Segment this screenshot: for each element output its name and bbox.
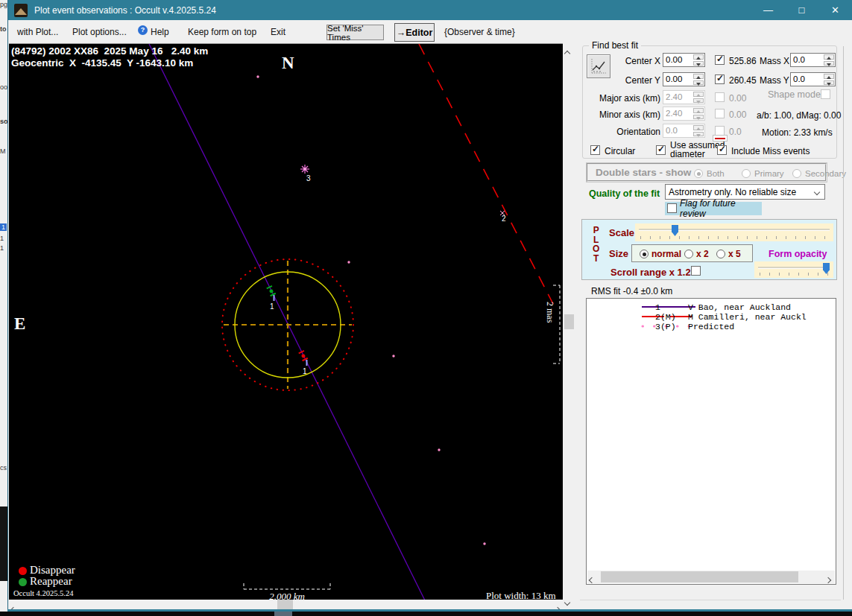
center-x-arrows[interactable] [692, 54, 704, 66]
menu-with-plot[interactable]: with Plot... [17, 27, 58, 37]
plot-canvas[interactable]: 3 1 1 2 (84792) 2002 XX86 2025 May 16 [9, 43, 563, 600]
minor-axis-spinner: 2.40 [663, 107, 705, 121]
bg-fragment: so [0, 118, 7, 125]
mass-x-spinner[interactable]: 0.0 [790, 53, 836, 67]
mass-x-arrows[interactable] [823, 54, 835, 66]
observation-row[interactable]: 3(P) Predicted [587, 322, 836, 331]
plot-controls-panel: P L O T Scale Size normal x 2 x 5 Form o… [581, 219, 837, 280]
minor-axis-value: 2.40 [663, 107, 692, 120]
mass-y-spinner[interactable]: 0.0 [790, 72, 836, 86]
center-x-label: Center X [616, 56, 660, 66]
listbox-scroll-left-icon[interactable] [589, 577, 595, 583]
scale-slider-track[interactable] [639, 229, 830, 231]
close-button[interactable]: ✕ [818, 0, 852, 20]
scroll-range-checkbox[interactable] [691, 266, 701, 276]
minimize-button[interactable]: — [751, 0, 785, 20]
fit-x-checkbox[interactable] [715, 55, 725, 65]
size-x5-radio[interactable] [716, 250, 725, 258]
mass-y-value[interactable]: 0.0 [791, 73, 823, 86]
plot-vertical-scrollbar[interactable] [564, 43, 575, 603]
fit-y-checkbox[interactable] [715, 74, 725, 84]
observer-time-label: {Observer & time} [444, 27, 515, 37]
station2-label: 2 [502, 215, 506, 223]
screen: pg to oo so M 1 1 1 cs Plot event observ… [0, 0, 852, 616]
minor-axis-arrows [692, 107, 704, 120]
form-opacity-ticks [760, 273, 830, 276]
use-assumed-label-2: diameter [670, 149, 705, 159]
mass-y-arrows[interactable] [823, 73, 835, 86]
control-panel: Find best fit Center X 0.00 525.86 Mass … [575, 42, 852, 609]
fit-x-value: 525.86 [729, 56, 757, 66]
listbox-scroll-right-icon[interactable] [825, 577, 831, 583]
observations-listbox[interactable]: 1 V Bao, near Auckland 2(M) M Camilleri,… [586, 298, 836, 585]
mass-x-value[interactable]: 0.0 [791, 54, 823, 66]
major-axis-value: 2.40 [663, 91, 692, 104]
size-x5-label: x 5 [728, 249, 741, 259]
maximize-button[interactable]: □ [785, 0, 818, 20]
observer1-path-line [149, 44, 425, 600]
reappear-marker [267, 286, 276, 296]
app-icon [14, 4, 28, 17]
panel-right-divider [843, 46, 844, 600]
minor-fit-value: 0.00 [729, 109, 746, 120]
bg-fragment: 1 [0, 235, 4, 242]
double-primary-radio [742, 169, 751, 178]
dropdown-chevron-icon [814, 188, 820, 194]
editor-button[interactable]: →Editor [394, 23, 435, 42]
disappear-legend-dot [19, 567, 27, 575]
center-y-spinner[interactable]: 0.00 [663, 72, 705, 86]
circular-label: Circular [605, 146, 635, 156]
vertical-scroll-thumb[interactable] [564, 314, 574, 329]
major-fit-value: 0.00 [729, 93, 746, 104]
center-x-value[interactable]: 0.00 [663, 54, 692, 66]
menu-help[interactable]: Help [151, 27, 169, 37]
mass-y-label: Mass Y [760, 75, 789, 86]
scale-slider[interactable] [635, 223, 833, 241]
include-miss-checkbox[interactable] [717, 145, 727, 155]
shape-model-checkbox [821, 89, 830, 99]
size-x2-radio[interactable] [684, 250, 693, 258]
scale-slider-thumb[interactable] [672, 225, 678, 236]
scale-label: Scale [609, 227, 634, 238]
quality-dropdown[interactable]: Astrometry only. No reliable size [665, 184, 825, 200]
center-x-spinner[interactable]: 0.00 [663, 53, 705, 67]
use-assumed-checkbox[interactable] [656, 145, 666, 155]
east-label: E [14, 314, 25, 334]
menu-exit[interactable]: Exit [271, 27, 285, 37]
listbox-horizontal-scrollbar[interactable] [587, 571, 835, 583]
center-y-value[interactable]: 0.00 [663, 73, 692, 86]
shape-model-label: Shape model [768, 89, 823, 100]
window-title: Plot event observations : Occult v.4.202… [34, 5, 216, 16]
major-axis-spinner: 2.40 [663, 90, 705, 104]
form-opacity-track[interactable] [758, 267, 830, 269]
plot-title-line2: Geocentric X -4135.45 Y -1643.10 km [11, 57, 193, 69]
find-best-fit-button[interactable] [587, 54, 610, 78]
circular-checkbox[interactable] [590, 145, 600, 155]
major-axis-arrows [692, 91, 704, 104]
minor-fit-checkbox [715, 109, 725, 118]
flag-review-checkbox[interactable] [667, 203, 677, 213]
set-miss-times-button[interactable]: Set 'Miss' Times [326, 25, 384, 40]
center-y-arrows[interactable] [692, 73, 704, 86]
occult-version-label: Occult 4.2025.5.24 [13, 589, 74, 597]
scroll-up-icon[interactable] [564, 51, 570, 57]
flag-review-label: Flag for future review [680, 198, 762, 219]
quality-value: Astrometry only. No reliable size [666, 187, 810, 197]
horizontal-scroll-thumb[interactable] [277, 600, 293, 609]
size-normal-radio[interactable] [640, 250, 649, 258]
major-fit-checkbox [715, 92, 725, 102]
plot-horizontal-scrollbar[interactable] [9, 600, 563, 609]
bg-dark-region [0, 507, 7, 581]
disappear-marker [299, 351, 308, 361]
double-both-radio [694, 169, 703, 178]
form-opacity-slider[interactable] [754, 261, 833, 278]
rms-fit-label: RMS fit -0.4 ±0.0 km [591, 286, 672, 296]
help-icon: ? [138, 25, 148, 35]
bg-fragment: M [0, 147, 6, 155]
listbox-scroll-thumb[interactable] [601, 571, 798, 582]
orientation-value: 0.0 [663, 124, 692, 137]
orientation-spinner: 0.0 [663, 124, 705, 138]
menu-plot-options[interactable]: Plot options... [72, 27, 127, 37]
menu-keep-form-on-top[interactable]: Keep form on top [188, 27, 256, 37]
title-bar[interactable]: Plot event observations : Occult v.4.202… [8, 0, 852, 20]
